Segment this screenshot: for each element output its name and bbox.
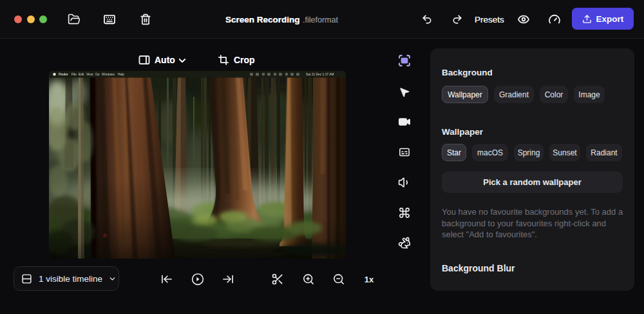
- svg-text:Windows: Windows: [102, 73, 115, 76]
- svg-text:File: File: [71, 73, 77, 76]
- svg-text:Help: Help: [118, 73, 124, 76]
- svg-text:Edit: Edit: [79, 73, 84, 76]
- svg-text:View: View: [86, 73, 93, 76]
- svg-text:Finder: Finder: [59, 73, 68, 76]
- svg-text:Go: Go: [95, 73, 100, 76]
- svg-text:Sat 21 Dec 1:17 AM: Sat 21 Dec 1:17 AM: [306, 73, 334, 76]
